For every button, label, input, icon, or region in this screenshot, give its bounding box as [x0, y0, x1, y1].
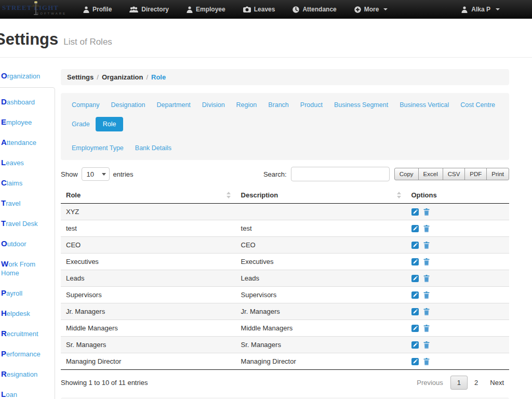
page-1-button[interactable]: 1 — [450, 376, 468, 390]
table-row: CEO CEO — [61, 237, 509, 254]
nav-item-label: Leaves — [254, 6, 275, 13]
nav-item-profile[interactable]: Profile — [83, 6, 112, 13]
sidebar-item-helpdesk[interactable]: Helpdesk — [0, 307, 55, 320]
delete-icon[interactable] — [423, 275, 430, 282]
breadcrumb-separator: / — [94, 73, 102, 81]
sidebar-item-payroll[interactable]: Payroll — [0, 286, 55, 300]
tab-designation[interactable]: Designation — [105, 98, 151, 112]
sidebar-item-organization[interactable]: Organization — [0, 69, 55, 83]
excel-button[interactable]: Excel — [418, 168, 443, 180]
delete-icon[interactable] — [423, 225, 430, 232]
column-header-description[interactable]: Description — [236, 187, 406, 204]
edit-icon[interactable] — [411, 258, 419, 265]
delete-icon[interactable] — [423, 258, 430, 265]
edit-icon[interactable] — [411, 275, 419, 282]
pdf-button[interactable]: PDF — [464, 168, 487, 180]
edit-icon[interactable] — [411, 358, 419, 365]
group-icon — [129, 6, 138, 13]
breadcrumb-role[interactable]: Role — [151, 73, 166, 81]
breadcrumb-settings[interactable]: Settings — [67, 73, 94, 81]
delete-icon[interactable] — [423, 208, 430, 216]
nav-item-directory[interactable]: Directory — [129, 6, 169, 13]
tab-department[interactable]: Department — [151, 98, 196, 112]
delete-icon[interactable] — [423, 341, 430, 349]
sidebar-item-work-from-home[interactable]: Work From Home — [0, 257, 55, 280]
delete-icon[interactable] — [423, 291, 430, 299]
tab-region[interactable]: Region — [231, 98, 263, 112]
table-row: Managing Director Managing Director — [61, 353, 509, 370]
tab-company[interactable]: Company — [66, 98, 105, 112]
nav-item-leaves[interactable]: Leaves — [243, 6, 275, 13]
tab-cost-centre[interactable]: Cost Centre — [455, 98, 501, 112]
tab-product[interactable]: Product — [295, 98, 328, 112]
sort-icon — [397, 192, 401, 198]
page-2-button[interactable]: 2 — [470, 376, 483, 389]
export-buttons: Copy Excel CSV PDF Print — [394, 168, 509, 180]
sidebar-item-travel-desk[interactable]: Travel Desk — [0, 217, 55, 230]
delete-icon[interactable] — [423, 358, 430, 365]
copy-button[interactable]: Copy — [394, 168, 419, 180]
column-header-role[interactable]: Role — [61, 187, 236, 204]
nav-item-more[interactable]: More — [354, 6, 388, 13]
options-cell — [406, 220, 510, 237]
sidebar-item-travel[interactable]: Travel — [0, 196, 55, 210]
options-cell — [406, 303, 510, 320]
nav-item-label: Employee — [196, 6, 225, 13]
description-cell: Sr. Managers — [236, 337, 406, 353]
sidebar-item-resignation[interactable]: Resignation — [0, 367, 55, 381]
sidebar-item-recruitment[interactable]: Recruitment — [0, 327, 55, 340]
tab-bank-details[interactable]: Bank Details — [129, 141, 177, 155]
tab-grade[interactable]: Grade — [66, 117, 96, 131]
delete-icon[interactable] — [423, 308, 430, 315]
page-size-select[interactable]: 10 — [82, 167, 110, 181]
role-cell: XYZ — [61, 204, 236, 220]
page-size-value: 10 — [87, 170, 94, 178]
edit-icon[interactable] — [411, 208, 419, 216]
delete-icon[interactable] — [423, 242, 430, 249]
edit-icon[interactable] — [411, 225, 419, 232]
sidebar-item-attendance[interactable]: Attendance — [0, 136, 55, 149]
sidebar-item-claims[interactable]: Claims — [0, 176, 55, 190]
tab-role[interactable]: Role — [96, 117, 124, 131]
tab-division[interactable]: Division — [196, 98, 231, 112]
description-cell: Leads — [236, 270, 406, 287]
edit-icon[interactable] — [411, 325, 419, 332]
tab-branch[interactable]: Branch — [262, 98, 295, 112]
description-cell: CEO — [236, 237, 406, 254]
pagination: Previous 1 2 Next — [411, 376, 509, 390]
nav-item-employee[interactable]: Employee — [187, 6, 225, 13]
table-row: test test — [61, 220, 509, 237]
nav-item-attendance[interactable]: Attendance — [292, 6, 336, 13]
app-logo[interactable]: STREET LIGHT SOFTWARE — [0, 0, 74, 19]
page-header: Settings List of Roles — [0, 19, 532, 58]
edit-icon[interactable] — [411, 341, 419, 349]
next-page-button[interactable]: Next — [485, 376, 509, 389]
tab-business-segment[interactable]: Business Segment — [328, 98, 394, 112]
description-cell: Managing Director — [236, 353, 406, 370]
sidebar-item-leaves[interactable]: Leaves — [0, 156, 55, 169]
table-row: Sr. Managers Sr. Managers — [61, 337, 509, 353]
description-cell: test — [236, 220, 406, 237]
print-button[interactable]: Print — [486, 168, 509, 180]
sidebar-item-dashboard[interactable]: Dashboard — [0, 95, 55, 109]
sidebar-item-outdoor[interactable]: Outdoor — [0, 237, 55, 250]
role-cell: Sr. Managers — [61, 337, 236, 353]
chevron-down-icon — [496, 8, 500, 10]
csv-button[interactable]: CSV — [443, 168, 466, 180]
search-input[interactable] — [291, 167, 390, 181]
sidebar-item-performance[interactable]: Performance — [0, 347, 55, 361]
tab-employment-type[interactable]: Employment Type — [66, 141, 129, 155]
sidebar-item-employee[interactable]: Employee — [0, 115, 55, 129]
tab-business-vertical[interactable]: Business Vertical — [394, 98, 455, 112]
previous-page-button[interactable]: Previous — [411, 376, 448, 389]
user-menu[interactable]: Alka P — [461, 6, 500, 13]
sidebar-item-loan[interactable]: Loan — [0, 388, 55, 399]
navbar-menu: Profile Directory Employee Leaves Attend… — [83, 6, 388, 13]
edit-icon[interactable] — [411, 291, 419, 299]
role-cell: CEO — [61, 237, 236, 254]
edit-icon[interactable] — [411, 308, 419, 315]
delete-icon[interactable] — [423, 325, 430, 332]
edit-icon[interactable] — [411, 242, 419, 249]
user-icon — [83, 6, 89, 13]
breadcrumb-organization[interactable]: Organization — [102, 73, 143, 81]
